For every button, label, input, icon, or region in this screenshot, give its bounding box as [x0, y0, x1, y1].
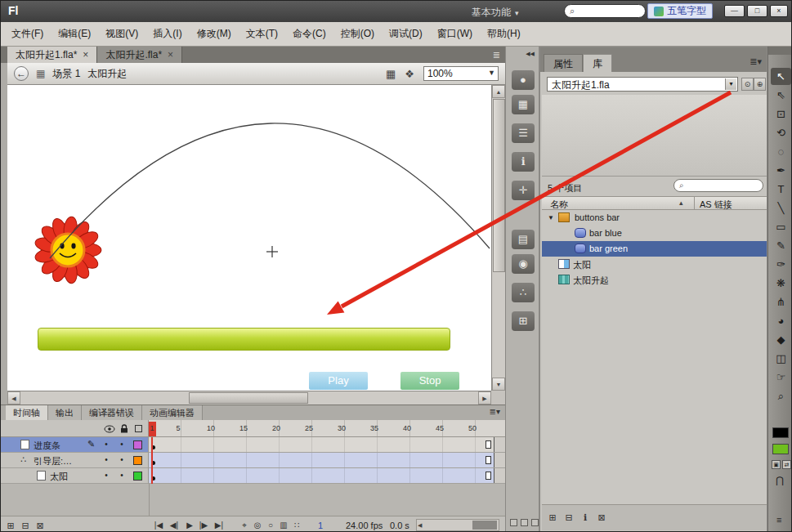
layer-row-sun[interactable]: 太阳 • •	[1, 468, 505, 484]
color-panel-icon[interactable]: ●	[512, 70, 535, 90]
go-to-last-frame-button[interactable]: ▶|	[213, 519, 226, 532]
menu-file[interactable]: 文件(F)	[4, 25, 51, 43]
panel-menu-icon[interactable]: ≣▾	[749, 56, 762, 67]
swap-colors-button[interactable]: ⇄	[782, 460, 791, 469]
dock-footer-square-icon[interactable]	[531, 519, 539, 526]
edit-multiple-frames-button[interactable]: ▥	[277, 519, 290, 532]
pen-tool[interactable]: ✒	[771, 162, 791, 179]
step-back-button[interactable]: ◀|	[168, 519, 181, 532]
horizontal-scrollbar[interactable]: ◀ ▶	[7, 391, 491, 405]
visibility-dot[interactable]: •	[101, 440, 112, 449]
snippets-panel-icon[interactable]: ∴	[512, 283, 535, 302]
panel-menu-icon[interactable]: ≣▾	[490, 407, 500, 416]
library-item-bar-blue[interactable]: bar blue	[542, 226, 767, 241]
visibility-dot[interactable]: •	[101, 471, 112, 480]
bone-tool[interactable]: ⋔	[771, 293, 791, 311]
menu-window[interactable]: 窗口(W)	[430, 25, 480, 43]
tab-motion-editor[interactable]: 动画编辑器	[142, 405, 203, 420]
subselection-tool[interactable]: ⇖	[771, 87, 791, 104]
dock-footer-square-icon[interactable]	[510, 519, 517, 526]
align-panel-icon[interactable]: ☰	[512, 123, 535, 143]
eyedropper-tool[interactable]: ◆	[771, 331, 791, 348]
pencil-tool[interactable]: ✎	[771, 237, 791, 254]
scroll-up-arrow[interactable]: ▲	[492, 85, 505, 98]
vertical-scroll-thumb[interactable]	[493, 99, 505, 272]
tween-span[interactable]	[149, 453, 494, 467]
layer-frames[interactable]	[149, 468, 505, 484]
library-panel-icon[interactable]: ▤	[512, 230, 535, 249]
layer-name-cell[interactable]: 进度条 ✎ • •	[1, 437, 149, 453]
motion-presets-panel-icon[interactable]: ◉	[512, 254, 535, 274]
swatches-panel-icon[interactable]: ▦	[512, 95, 535, 114]
components-panel-icon[interactable]: ⊞	[512, 311, 535, 331]
brush-tool[interactable]: ✑	[771, 256, 791, 273]
layer-name-cell[interactable]: ∴ 引导层:… • •	[1, 453, 149, 468]
step-forward-button[interactable]: |▶	[197, 519, 210, 532]
snap-to-objects-toggle[interactable]: ⋂	[776, 475, 784, 486]
library-item-sun[interactable]: 太阳	[542, 257, 767, 272]
minimize-button[interactable]: —	[724, 5, 745, 17]
new-folder-button[interactable]: ⊟	[562, 512, 576, 525]
transform-panel-icon[interactable]: ✛	[512, 181, 535, 200]
back-button[interactable]: ←	[14, 66, 29, 81]
play-button[interactable]: ▶	[183, 519, 196, 532]
sort-direction-icon[interactable]: ▴	[679, 199, 683, 207]
fill-color-swatch[interactable]	[772, 444, 789, 454]
item-properties-button[interactable]: ℹ	[578, 512, 593, 525]
scroll-down-arrow[interactable]: ▼	[492, 378, 505, 391]
menu-view[interactable]: 视图(V)	[98, 25, 145, 43]
ime-indicator[interactable]: 五笔字型	[647, 3, 713, 19]
search-input[interactable]	[581, 6, 642, 16]
eye-icon[interactable]	[104, 424, 115, 436]
library-column-header[interactable]: 名称 ▴ AS 链接	[542, 196, 767, 210]
tab-document-1[interactable]: 太阳升起1.fla* ×	[7, 47, 97, 63]
frame-span[interactable]	[149, 437, 494, 452]
zoom-control[interactable]: 100% ▼	[423, 66, 499, 81]
pin-library-button[interactable]: ⊙	[741, 78, 754, 91]
menu-help[interactable]: 帮助(H)	[480, 25, 528, 43]
lock-dot[interactable]: •	[116, 455, 128, 464]
maximize-button[interactable]: □	[747, 5, 767, 17]
outline-color-swatch[interactable]	[133, 456, 142, 465]
scroll-left-arrow[interactable]: ◀	[7, 391, 20, 405]
edit-scene-button[interactable]: ▦	[386, 68, 396, 80]
new-folder-button[interactable]: ⊟	[19, 519, 32, 532]
tab-list-menu-icon[interactable]: ≣	[493, 50, 500, 60]
library-search-field[interactable]: ⌕	[673, 179, 763, 192]
outline-color-swatch[interactable]	[133, 472, 142, 481]
vertical-scrollbar[interactable]: ▲ ▼	[491, 85, 505, 391]
3d-rotation-tool[interactable]: ⟲	[771, 124, 791, 141]
edit-symbol-button[interactable]: ❖	[405, 68, 414, 80]
frame-rate-indicator[interactable]: 24.00 fps	[346, 521, 383, 530]
library-document-select[interactable]: 太阳升起1.fla ▾	[547, 77, 738, 92]
lasso-tool[interactable]: ◌	[771, 143, 791, 160]
menu-modify[interactable]: 修改(M)	[190, 25, 239, 43]
menu-edit[interactable]: 编辑(E)	[51, 25, 98, 43]
tab-output[interactable]: 输出	[48, 405, 82, 420]
column-divider[interactable]	[694, 197, 695, 210]
text-tool[interactable]: T	[771, 181, 791, 198]
layer-name-cell[interactable]: 太阳 • •	[1, 468, 149, 484]
selection-tool[interactable]: ↖	[771, 68, 791, 85]
menu-text[interactable]: 文本(T)	[239, 25, 285, 43]
menu-control[interactable]: 控制(O)	[333, 25, 382, 43]
tab-compiler-errors[interactable]: 编译器错误	[82, 405, 142, 420]
eraser-tool[interactable]: ◫	[771, 350, 791, 367]
paint-bucket-tool[interactable]: ◕	[771, 312, 791, 329]
menu-insert[interactable]: 插入(I)	[145, 25, 189, 43]
close-icon[interactable]: ×	[168, 49, 173, 60]
tools-panel-header[interactable]	[768, 47, 792, 55]
tab-properties[interactable]: 属性	[544, 54, 583, 72]
new-library-panel-button[interactable]: ⊕	[754, 78, 766, 91]
layer-frames[interactable]	[149, 437, 505, 453]
close-icon[interactable]: ×	[83, 49, 88, 60]
library-item-buttons-bar[interactable]: ▼ buttons bar	[542, 210, 767, 226]
visibility-dot[interactable]: •	[101, 455, 112, 464]
disclosure-triangle-icon[interactable]: ▼	[548, 214, 554, 221]
new-layer-button[interactable]: ⊞	[4, 519, 17, 532]
motion-guide-path[interactable]	[50, 123, 490, 258]
library-item-sunrise[interactable]: 太阳升起	[542, 272, 767, 288]
outline-view-icon[interactable]	[135, 425, 142, 432]
close-button[interactable]: ×	[770, 5, 788, 17]
new-symbol-button[interactable]: ⊞	[545, 512, 560, 525]
